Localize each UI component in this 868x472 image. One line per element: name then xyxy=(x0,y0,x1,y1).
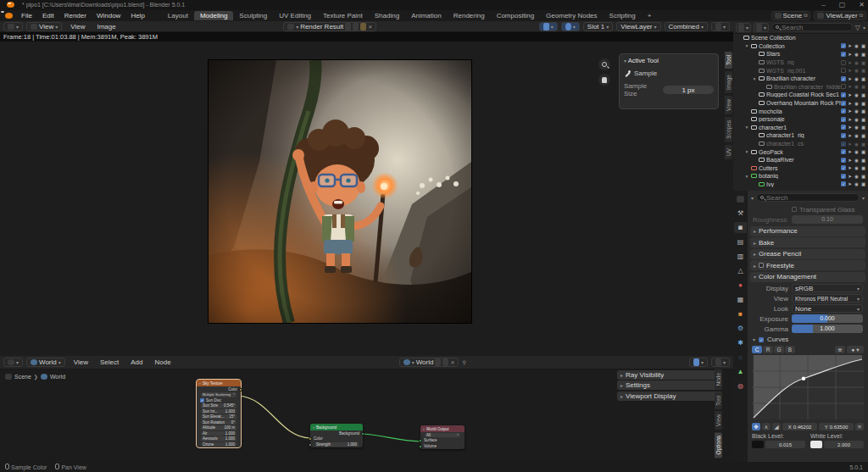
particles-properties-tab[interactable]: ✱ xyxy=(734,337,747,348)
fake-user-world-icon[interactable] xyxy=(435,358,441,366)
node-editor-menu-view[interactable]: View xyxy=(69,358,93,367)
render-visibility-icon[interactable]: ▣ xyxy=(860,43,866,48)
exclude-checkbox[interactable]: ✓ xyxy=(841,43,846,48)
sun-disc-checkbox[interactable]: ✓ xyxy=(200,398,204,403)
exclude-checkbox[interactable]: ✓ xyxy=(841,142,846,147)
outliner-row-stars[interactable]: Stars✓➤◉▣ xyxy=(733,50,868,58)
image-datablock[interactable]: ▾ Render Result ✕ xyxy=(283,22,376,31)
curve-zoom-icon[interactable]: ⊕ xyxy=(835,346,845,353)
output-target-dropdown[interactable]: All▾ xyxy=(425,433,460,438)
overlays-toggle[interactable]: ▾ xyxy=(711,358,730,367)
selectable-icon[interactable]: ➤ xyxy=(847,43,853,48)
exclude-checkbox[interactable]: ✓ xyxy=(841,181,846,186)
sky-field-sun-elevat-[interactable]: Sun Elevat...15° xyxy=(201,414,236,419)
image-mode-dropdown[interactable]: View▾ xyxy=(26,22,62,31)
selectable-icon[interactable]: ➤ xyxy=(847,108,853,114)
node-panel-viewport-display[interactable]: ▸Viewport Display xyxy=(617,391,722,401)
exclude-checkbox[interactable]: ✓ xyxy=(841,108,846,114)
outliner-row-overhang-mountain-rock-ph[interactable]: Overhang Mountain Rock Ph✓➤◉▣ xyxy=(733,99,868,108)
render-visibility-icon[interactable]: ▣ xyxy=(860,60,866,65)
render-result-image[interactable] xyxy=(209,60,471,323)
visibility-icon[interactable]: ◉ xyxy=(854,108,860,114)
render-visibility-icon[interactable]: ▣ xyxy=(860,125,866,130)
exclude-checkbox[interactable]: ✓ xyxy=(841,117,846,122)
outliner-row-brazilian-character-hidde[interactable]: Brazilian character_hidde➤◉▣ xyxy=(733,83,868,92)
workspace-tab-rendering[interactable]: Rendering xyxy=(448,11,491,20)
workspace-tab-geometry-nodes[interactable]: Geometry Nodes xyxy=(540,11,603,20)
render-visibility-icon[interactable]: ▣ xyxy=(860,158,866,163)
node-editor-menu-node[interactable]: Node xyxy=(149,358,175,367)
background-node[interactable]: ▾Background Background Color Strength1.0… xyxy=(310,424,363,447)
selectable-icon[interactable]: ➤ xyxy=(847,101,853,106)
selectable-icon[interactable]: ➤ xyxy=(847,76,853,81)
workspace-tab-shading[interactable]: Shading xyxy=(369,11,405,20)
channels-dropdown[interactable]: ▾ xyxy=(711,22,730,31)
outliner-row-personaje[interactable]: personaje✓➤◉▣ xyxy=(733,115,868,124)
sky-field-altitude[interactable]: Altitude100 m xyxy=(201,425,236,430)
outliner-id-type-dropdown[interactable]: ▾ xyxy=(754,23,769,32)
workspace-tab-scripting[interactable]: Scripting xyxy=(604,11,642,20)
selectable-icon[interactable]: ➤ xyxy=(847,181,853,186)
sky-field-aerosols[interactable]: Aerosols1.000 xyxy=(201,436,236,441)
breadcrumb-scene[interactable]: Scene xyxy=(14,374,31,380)
panel-bake[interactable]: ▸Bake xyxy=(750,237,865,247)
white-level-value[interactable]: 2.000 xyxy=(824,441,864,448)
freestyle-checkbox[interactable] xyxy=(759,263,764,268)
render-visibility-icon[interactable]: ▣ xyxy=(860,174,866,179)
image-sidebar-tab-image[interactable]: Image xyxy=(725,71,732,93)
curve-levels-dropdown[interactable]: ● ▾ xyxy=(847,346,864,353)
object-properties-tab[interactable]: ■ xyxy=(734,308,747,319)
workspace-tab-texture-paint[interactable]: Texture Paint xyxy=(317,11,369,20)
outliner-options-icon[interactable]: ▾ xyxy=(863,25,865,31)
look-dropdown[interactable]: None▾ xyxy=(792,304,863,313)
node-panel-settings[interactable]: ▸Settings xyxy=(617,380,722,390)
view-layer-properties-tab[interactable]: ▥ xyxy=(734,251,747,262)
shading-dropdown[interactable]: ▾ xyxy=(561,22,580,31)
render-visibility-icon[interactable]: ▣ xyxy=(860,133,866,138)
node-editor-type-dropdown[interactable]: ▾ xyxy=(3,358,23,367)
minimize-button[interactable]: – xyxy=(821,1,825,8)
sky-field-sun-rotation[interactable]: Sun Rotation0° xyxy=(201,420,236,425)
outliner-row-wgts-rig-001[interactable]: WGTS_rig.001➤◉▣ xyxy=(733,66,868,75)
surface-input-socket[interactable] xyxy=(419,439,422,442)
visibility-icon[interactable]: ◉ xyxy=(854,92,860,97)
image-editor-menu-view[interactable]: View xyxy=(65,22,90,31)
visibility-icon[interactable]: ◉ xyxy=(854,181,860,186)
image-sidebar-tab-scopes[interactable]: Scopes xyxy=(725,117,732,142)
outliner-row-character1-cs[interactable]: character1_cs✓➤◉▣ xyxy=(733,140,868,148)
curve-tool-button-1[interactable]: ✥ xyxy=(752,423,760,430)
display-device-dropdown[interactable]: sRGB▾ xyxy=(792,284,863,292)
color-output-socket[interactable] xyxy=(239,388,242,391)
shader-type-dropdown[interactable]: World▾ xyxy=(26,358,65,367)
visibility-icon[interactable]: ◉ xyxy=(854,68,860,73)
exclude-checkbox[interactable]: ✓ xyxy=(841,101,846,106)
outliner-row-brazilian-character[interactable]: ▼Brazilian character✓➤◉▣ xyxy=(733,75,868,83)
image-editor-menu-image[interactable]: Image xyxy=(92,22,120,31)
properties-editor-type-dropdown[interactable] xyxy=(734,193,747,204)
visibility-icon[interactable]: ◉ xyxy=(854,76,860,81)
panel-grease-pencil[interactable]: ▸Grease Pencil xyxy=(750,249,865,259)
scene-properties-tab[interactable]: △ xyxy=(734,265,747,276)
panel-performance[interactable]: ▸Performance xyxy=(750,226,865,236)
visibility-icon[interactable]: ◉ xyxy=(854,117,860,122)
render-visibility-icon[interactable]: ▣ xyxy=(860,76,866,81)
channel-button-b[interactable]: B xyxy=(785,346,795,353)
sky-field-air[interactable]: Air1.000 xyxy=(201,431,236,436)
sky-field-sun-size[interactable]: Sun Size0.545° xyxy=(201,403,236,408)
outliner-row-geopack[interactable]: ▼GeoPack✓➤◉▣ xyxy=(733,147,868,156)
node-editor-menu-add[interactable]: Add xyxy=(125,358,147,367)
menu-window[interactable]: Window xyxy=(92,11,125,20)
outliner-row-botaniq[interactable]: ▼botaniq✓➤◉▣ xyxy=(733,172,868,180)
render-visibility-icon[interactable]: ▣ xyxy=(860,165,866,170)
menu-help[interactable]: Help xyxy=(125,11,149,20)
visibility-icon[interactable]: ◉ xyxy=(854,125,860,130)
layer-dropdown[interactable]: ViewLayer▾ xyxy=(616,22,660,31)
properties-options-icon[interactable]: ▾ xyxy=(862,195,865,201)
selectable-icon[interactable]: ➤ xyxy=(847,133,853,138)
selectable-icon[interactable]: ➤ xyxy=(847,92,853,97)
visibility-icon[interactable]: ◉ xyxy=(854,101,860,106)
delete-point-button[interactable]: ✕ xyxy=(855,423,864,430)
transparent-glass-checkbox[interactable] xyxy=(792,207,797,212)
curve-tool-button-3[interactable]: ◢ xyxy=(772,423,781,430)
gizmos-dropdown[interactable]: ▾ xyxy=(539,22,558,31)
